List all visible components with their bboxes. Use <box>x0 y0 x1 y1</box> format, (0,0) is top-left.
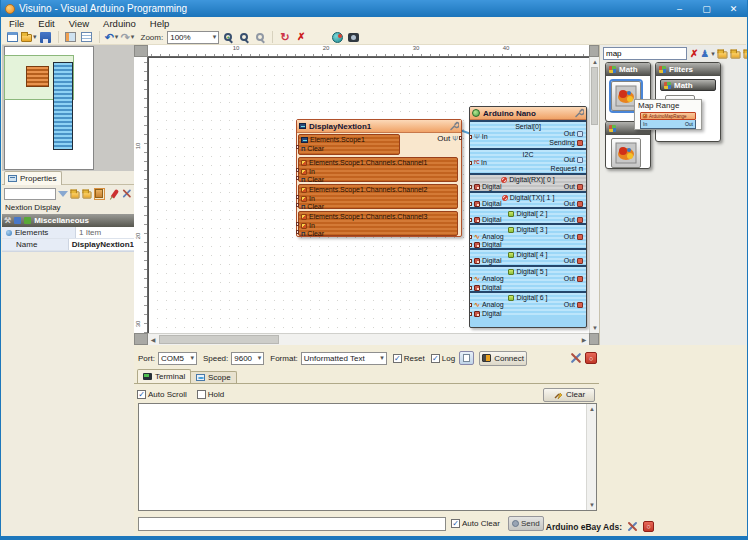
toggle-properties-panel-button[interactable] <box>80 31 94 44</box>
reset-checkbox[interactable]: ✓ <box>393 354 402 363</box>
property-row-elements[interactable]: Elements 1 Item <box>2 227 134 239</box>
digital-in-pin[interactable]: Digital <box>474 216 501 223</box>
open-dropdown-icon[interactable]: ▾ <box>33 33 37 41</box>
pin-panel-icon[interactable] <box>110 189 118 198</box>
snapshot-button[interactable] <box>346 31 360 44</box>
tab-scope[interactable]: Scope <box>190 371 237 383</box>
hidden-component-tile[interactable] <box>611 138 641 168</box>
scroll-left-icon[interactable]: ◀ <box>148 334 158 346</box>
digital-in-pin[interactable]: Digital <box>474 310 501 317</box>
canvas-vertical-scrollbar[interactable]: ▲ ▼ <box>589 57 599 333</box>
log-checkbox[interactable]: ✓ <box>431 354 440 363</box>
expand-all-icon[interactable] <box>730 51 740 58</box>
web-help-button[interactable] <box>330 31 344 44</box>
tab-properties[interactable]: Properties <box>4 171 62 185</box>
tab-terminal[interactable]: Terminal <box>137 369 191 383</box>
tools-icon[interactable] <box>570 352 582 364</box>
wrench-icon[interactable] <box>449 121 459 131</box>
terminal-output[interactable]: ▲ ▼ <box>138 403 597 511</box>
in-pin-square[interactable] <box>296 195 299 199</box>
digital-out-pin[interactable]: Out <box>564 183 583 190</box>
disable-ads-icon[interactable]: ○ <box>643 521 654 532</box>
compile-button[interactable]: ↻ <box>278 31 292 44</box>
delete-button[interactable]: ✗ <box>294 31 308 44</box>
serial-in-pin[interactable]: ΨIn <box>474 133 488 140</box>
analog-in-pin[interactable]: ∿Analog <box>474 233 504 240</box>
format-combobox[interactable]: Unformatted Text▾ <box>301 352 387 365</box>
filter-icon[interactable] <box>58 191 68 197</box>
out-pin-square[interactable] <box>459 136 462 140</box>
property-row-name[interactable]: Name DisplayNextion1 <box>2 239 134 251</box>
send-button[interactable]: Send <box>508 516 544 531</box>
component-search-input[interactable] <box>603 47 687 60</box>
wrench-icon[interactable] <box>574 108 584 118</box>
serial-in-pin-square[interactable] <box>469 135 472 139</box>
disconnect-icon[interactable]: ○ <box>585 352 597 364</box>
digital-in-pin[interactable]: Digital <box>474 241 501 248</box>
port-combobox[interactable]: COM5▾ <box>158 352 197 365</box>
zoom-in-button[interactable]: + <box>221 31 235 44</box>
digital-out-pin[interactable]: Out <box>564 200 583 207</box>
digital-in-pin[interactable]: Digital <box>474 257 501 264</box>
category-math-header[interactable]: Math <box>606 63 650 76</box>
digital-pin-square[interactable] <box>469 259 472 263</box>
digital-in-pin[interactable]: Digital <box>474 200 501 207</box>
clear-pin-square[interactable] <box>296 145 299 149</box>
digital-pin-square[interactable] <box>469 286 472 290</box>
digital-out-pin[interactable]: Out <box>564 233 583 240</box>
scroll-down-icon[interactable]: ▼ <box>587 500 597 510</box>
clear-pin-square[interactable] <box>296 230 299 234</box>
analog-pin-square[interactable] <box>469 303 472 307</box>
channel3-box[interactable]: Elements.Scope1.Channels.Channel3 In ΠCl… <box>298 211 458 236</box>
menu-arduino[interactable]: Arduino <box>96 18 143 29</box>
property-category-row[interactable]: ⚒ Miscellaneous <box>2 214 134 227</box>
digital-in-pin[interactable]: Digital <box>474 284 501 291</box>
arrange-by-category-icon[interactable] <box>94 188 105 200</box>
new-category-icon[interactable] <box>717 51 727 58</box>
display-nextion-block[interactable]: DisplayNextion1 Out Ψ Elements.Scope1 ΠC… <box>296 119 462 237</box>
expand-categories-icon[interactable] <box>70 191 79 198</box>
display-out-pin[interactable]: Out Ψ <box>437 134 458 143</box>
open-project-button[interactable]: ▾ <box>21 31 37 44</box>
arduino-nano-block[interactable]: Arduino Nano Serial[0] ΨIn Out Sending I… <box>469 106 587 328</box>
i2c-in-pin-square[interactable] <box>469 161 472 165</box>
menu-help[interactable]: Help <box>143 18 177 29</box>
wizard-icon[interactable]: ♟ <box>700 49 709 59</box>
subcategory-math-header[interactable]: Math <box>660 79 716 91</box>
canvas-horizontal-scrollbar[interactable]: ◀ ▶ <box>148 333 589 345</box>
scroll-thumb[interactable] <box>159 335 279 344</box>
channel2-box[interactable]: Elements.Scope1.Channels.Channel2 In ΠCl… <box>298 184 458 209</box>
serial-out-pin[interactable]: Out <box>564 130 583 137</box>
menu-edit[interactable]: Edit <box>31 18 61 29</box>
undo-dropdown-icon[interactable]: ▾ <box>115 33 119 41</box>
arduino-block-header[interactable]: Arduino Nano <box>470 107 586 120</box>
tools-icon[interactable] <box>627 521 638 532</box>
clear-filter-icon[interactable]: ✗ <box>690 49 698 59</box>
property-filter-input[interactable] <box>4 188 56 200</box>
digital-out-pin[interactable]: Out <box>564 301 583 308</box>
analog-pin-square[interactable] <box>469 277 472 281</box>
analog-in-pin[interactable]: ∿Analog <box>474 301 504 308</box>
analog-in-pin[interactable]: ∿Analog <box>474 275 504 282</box>
log-file-button[interactable] <box>459 351 474 365</box>
digital-pin-square[interactable] <box>469 243 472 247</box>
digital-pin-square[interactable] <box>469 202 472 206</box>
zoom-out-button[interactable] <box>253 31 267 44</box>
digital-in-pin[interactable]: Digital <box>474 183 501 190</box>
menu-view[interactable]: View <box>62 18 96 29</box>
auto-scroll-checkbox[interactable]: ✓ <box>137 390 146 399</box>
tools-icon[interactable] <box>122 188 132 199</box>
redo-button[interactable]: ↷▾ <box>121 31 135 44</box>
clear-pin-square[interactable] <box>296 176 299 180</box>
clear-button[interactable]: Clear <box>543 388 595 402</box>
redo-dropdown-icon[interactable]: ▾ <box>131 33 135 41</box>
in-pin-square[interactable] <box>296 222 299 226</box>
hold-checkbox[interactable] <box>197 390 206 399</box>
digital-pin-square[interactable] <box>469 185 472 189</box>
send-input[interactable] <box>138 517 446 531</box>
digital-pin-square[interactable] <box>469 312 472 316</box>
scroll-right-icon[interactable]: ▶ <box>579 334 589 346</box>
analog-pin-square[interactable] <box>469 235 472 239</box>
digital-out-pin[interactable]: Out <box>564 216 583 223</box>
digital-pin-square[interactable] <box>469 218 472 222</box>
